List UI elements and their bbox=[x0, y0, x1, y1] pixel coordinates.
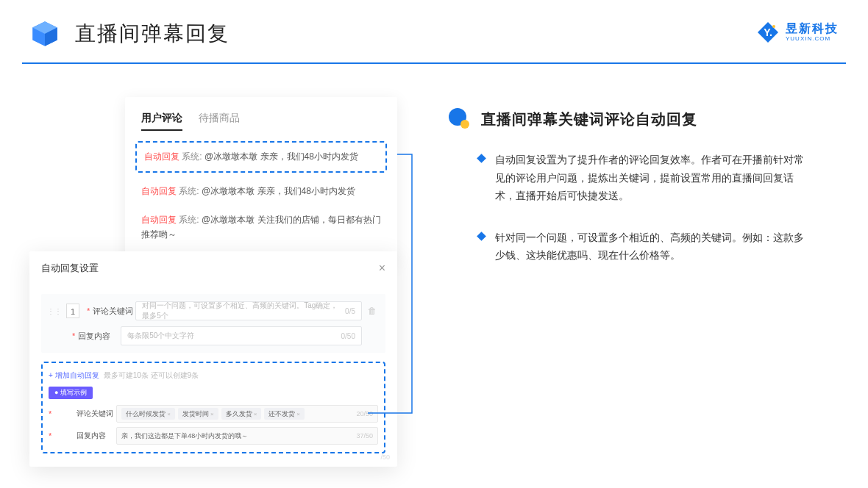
required-dot: * bbox=[87, 306, 90, 315]
bullet-item: 自动回复设置为了提升作者的评论回复效率。作者可在开播前针对常见的评论用户问题，提… bbox=[449, 151, 839, 205]
settings-modal: 自动回复设置 × ⋮⋮ 1 * 评论关键词 对同一个问题，可设置多个相近、高频的… bbox=[29, 251, 397, 467]
ex-kw-label: 评论关键词 bbox=[77, 409, 116, 419]
comments-card: 用户评论 待播商品 自动回复 系统: @冰墩墩本墩 亲亲，我们48小时内发货 自… bbox=[125, 97, 397, 264]
brand-sub: YUUXIN.COM bbox=[786, 36, 839, 42]
add-reply-link[interactable]: + 增加自动回复最多可建10条 还可以创建9条 bbox=[49, 370, 378, 381]
brand-icon: Y. bbox=[756, 21, 780, 44]
example-badge: ● 填写示例 bbox=[49, 387, 93, 399]
tag-chip[interactable]: 还不发货× bbox=[264, 408, 305, 420]
tab-user-comments[interactable]: 用户评论 bbox=[141, 112, 182, 131]
chat-bubble-icon bbox=[449, 108, 471, 130]
ghost-counter: /50 bbox=[380, 453, 390, 461]
tag-chip[interactable]: 发货时间× bbox=[178, 408, 218, 420]
modal-title: 自动回复设置 bbox=[41, 262, 99, 275]
screenshots-pane: 用户评论 待播商品 自动回复 系统: @冰墩墩本墩 亲亲，我们48小时内发货 自… bbox=[29, 97, 405, 464]
ex-kw-counter: 20/50 bbox=[356, 410, 373, 417]
reply-input[interactable]: 每条限50个中文字符 0/50 bbox=[121, 326, 362, 345]
diamond-icon bbox=[477, 232, 486, 241]
tag-chip[interactable]: 多久发货× bbox=[221, 408, 262, 420]
svg-text:Y.: Y. bbox=[764, 26, 772, 38]
tab-pending-goods[interactable]: 待播商品 bbox=[199, 112, 240, 131]
brand-logo: Y. 昱新科技 YUUXIN.COM bbox=[756, 21, 839, 44]
close-icon[interactable]: × bbox=[379, 262, 385, 275]
comment-row-highlighted: 自动回复 系统: @冰墩墩本墩 亲亲，我们48小时内发货 bbox=[135, 141, 387, 173]
bullet-item: 针对同一个问题，可设置多个相近的、高频的关键词。例如：这款多少钱、这块能优惠吗、… bbox=[449, 229, 839, 265]
keyword-input[interactable]: 对同一个问题，可设置多个相近、高频的关键词。Tag确定，最多5个 0/5 bbox=[135, 301, 362, 320]
keyword-label: 评论关键词 bbox=[93, 306, 135, 317]
keyword-counter: 0/5 bbox=[345, 307, 355, 315]
example-block: + 增加自动回复最多可建10条 还可以创建9条 ● 填写示例 * 评论关键词 什… bbox=[41, 362, 385, 453]
drag-icon[interactable]: ⋮⋮ bbox=[47, 307, 62, 315]
svg-point-4 bbox=[772, 25, 775, 28]
page-header: 直播间弹幕回复 Y. 昱新科技 YUUXIN.COM bbox=[0, 0, 868, 60]
description-pane: 直播间弹幕关键词评论自动回复 自动回复设置为了提升作者的评论回复效率。作者可在开… bbox=[405, 97, 839, 464]
tabs: 用户评论 待播商品 bbox=[125, 112, 397, 141]
auto-reply-tag: 自动回复 bbox=[144, 151, 179, 162]
ex-kw-input[interactable]: 什么时候发货× 发货时间× 多久发货× 还不发货× 20/50 bbox=[116, 405, 378, 423]
ex-reply-input[interactable]: 亲，我们这边都是下单48小时内发货的哦～ 37/50 bbox=[116, 427, 378, 445]
form-rule: ⋮⋮ 1 * 评论关键词 对同一个问题，可设置多个相近、高频的关键词。Tag确定… bbox=[41, 294, 385, 353]
comment-row: 自动回复 系统: @冰墩墩本墩 亲亲，我们48小时内发货 bbox=[125, 177, 397, 206]
tag-chip[interactable]: 什么时候发货× bbox=[121, 408, 175, 420]
section-heading: 直播间弹幕关键词评论自动回复 bbox=[481, 110, 697, 129]
reply-counter: 0/50 bbox=[341, 332, 355, 340]
brand-name: 昱新科技 bbox=[786, 23, 839, 35]
ex-reply-label: 回复内容 bbox=[77, 431, 116, 441]
diamond-icon bbox=[477, 154, 486, 163]
ex-reply-counter: 37/50 bbox=[356, 432, 373, 439]
header-divider bbox=[22, 62, 846, 64]
delete-icon[interactable]: 🗑 bbox=[365, 306, 380, 316]
cube-icon bbox=[29, 18, 60, 49]
page-title: 直播间弹幕回复 bbox=[75, 20, 230, 48]
rule-number: 1 bbox=[66, 304, 79, 318]
comment-row: 自动回复 系统: @冰墩墩本墩 关注我们的店铺，每日都有热门推荐哟～ bbox=[125, 206, 397, 248]
reply-label: 回复内容 bbox=[78, 331, 121, 342]
